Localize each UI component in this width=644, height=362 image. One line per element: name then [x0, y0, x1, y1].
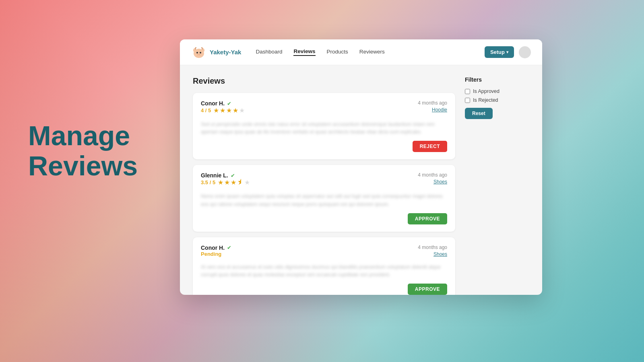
stars-1: ★ ★ ★ ★ ★ — [213, 107, 245, 114]
reviewer-name-1: Conor H. — [201, 100, 225, 107]
star-2-5: ★ — [244, 179, 250, 186]
review-card-3: Conor H. ✔ Pending 4 months ago Shoes At… — [193, 237, 455, 295]
logo-icon — [191, 45, 206, 60]
nav-reviewers[interactable]: Reviewers — [359, 49, 385, 56]
verified-icon-2: ✔ — [231, 173, 235, 179]
review-body-1: Sed ut perspiciatis unde omnis iste natu… — [201, 121, 447, 136]
reviewer-info-3: Conor H. ✔ Pending — [201, 245, 231, 261]
filters-title: Filters — [465, 76, 529, 83]
review-body-3: At vero eos et accusamus et iusto odio d… — [201, 263, 447, 279]
rating-row-2: 3.5 / 5 ★ ★ ★ ⯨ ★ — [201, 179, 250, 186]
verified-icon-3: ✔ — [227, 245, 231, 251]
star-2-1: ★ — [218, 179, 223, 186]
review-actions-1: REJECT — [201, 141, 447, 152]
avatar-button[interactable] — [519, 46, 531, 58]
reviews-area: Reviews Conor H. ✔ 4 / 5 ★ ★ — [193, 76, 455, 284]
star-1-4: ★ — [233, 107, 238, 114]
filter-label-rejected: Is Rejected — [473, 97, 498, 103]
star-2-4: ⯨ — [237, 179, 244, 186]
reviewer-name-2: Glennie L. — [201, 172, 228, 179]
review-time-1: 4 months ago — [418, 100, 447, 106]
review-actions-3: APPROVE — [201, 284, 447, 295]
filter-checkbox-approved[interactable] — [465, 89, 470, 94]
star-2-3: ★ — [231, 179, 236, 186]
review-product-2[interactable]: Shoes — [433, 179, 447, 185]
rating-text-2: 3.5 / 5 — [201, 179, 215, 185]
approve-button-2[interactable]: APPROVE — [408, 213, 447, 224]
rating-text-1: 4 / 5 — [201, 107, 211, 113]
verified-icon-1: ✔ — [227, 101, 231, 107]
review-header-1: Conor H. ✔ 4 / 5 ★ ★ ★ ★ ★ — [201, 100, 447, 118]
review-card-1: Conor H. ✔ 4 / 5 ★ ★ ★ ★ ★ — [193, 93, 455, 159]
pending-text-3: Pending — [201, 251, 221, 257]
stars-2: ★ ★ ★ ⯨ ★ — [218, 179, 250, 186]
logo-area: Yakety-Yak — [191, 45, 241, 60]
nav-right: Setup ▾ — [485, 46, 531, 58]
star-2-2: ★ — [224, 179, 230, 186]
hero-line1: Manage — [28, 121, 138, 151]
review-product-3[interactable]: Shoes — [433, 251, 447, 257]
star-1-5: ★ — [239, 107, 245, 114]
approve-button-3[interactable]: APPROVE — [408, 284, 447, 295]
review-meta-3: 4 months ago Shoes — [418, 245, 447, 257]
svg-point-5 — [200, 52, 201, 53]
hero-line2: Reviews — [28, 151, 138, 181]
svg-point-6 — [198, 54, 198, 55]
review-body-2: Nemo enim ipsam voluptatem quia voluptas… — [201, 193, 447, 208]
nav-products[interactable]: Products — [327, 49, 348, 56]
review-actions-2: APPROVE — [201, 213, 447, 224]
filter-item-rejected: Is Rejected — [465, 97, 529, 103]
setup-button[interactable]: Setup ▾ — [485, 46, 514, 58]
main-content: Reviews Conor H. ✔ 4 / 5 ★ ★ — [180, 65, 542, 295]
svg-point-3 — [201, 48, 204, 52]
star-1-3: ★ — [226, 107, 232, 114]
svg-point-4 — [196, 52, 198, 53]
review-time-3: 4 months ago — [418, 245, 447, 250]
rating-row-3: Pending — [201, 251, 231, 257]
svg-point-2 — [193, 48, 196, 52]
filter-checkbox-rejected[interactable] — [465, 98, 470, 103]
review-header-2: Glennie L. ✔ 3.5 / 5 ★ ★ ★ ⯨ ★ — [201, 172, 447, 190]
reviewer-name-3: Conor H. — [201, 245, 225, 251]
star-1-1: ★ — [213, 107, 219, 114]
reset-button[interactable]: Reset — [465, 108, 493, 119]
reviewer-name-row-1: Conor H. ✔ — [201, 100, 245, 107]
reviewer-name-row-3: Conor H. ✔ — [201, 245, 231, 251]
filter-item-approved: Is Approved — [465, 88, 529, 94]
review-card-2: Glennie L. ✔ 3.5 / 5 ★ ★ ★ ⯨ ★ — [193, 165, 455, 231]
setup-chevron-icon: ▾ — [506, 50, 508, 54]
nav-dashboard[interactable]: Dashboard — [256, 49, 282, 56]
logo-text: Yakety-Yak — [210, 49, 241, 56]
review-time-2: 4 months ago — [418, 172, 447, 178]
review-meta-2: 4 months ago Shoes — [418, 172, 447, 185]
page-title: Reviews — [193, 76, 455, 86]
nav-reviews[interactable]: Reviews — [293, 48, 315, 56]
reject-button-1[interactable]: REJECT — [413, 141, 447, 152]
reviewer-name-row-2: Glennie L. ✔ — [201, 172, 250, 179]
review-meta-1: 4 months ago Hoodie — [418, 100, 447, 113]
reviewer-info-2: Glennie L. ✔ 3.5 / 5 ★ ★ ★ ⯨ ★ — [201, 172, 250, 190]
app-window: Yakety-Yak Dashboard Reviews Products Re… — [180, 39, 542, 295]
filter-label-approved: Is Approved — [473, 88, 500, 94]
setup-label: Setup — [490, 49, 505, 55]
nav-links: Dashboard Reviews Products Reviewers — [256, 48, 484, 56]
filters-panel: Filters Is Approved Is Rejected Reset — [465, 76, 529, 284]
star-1-2: ★ — [220, 107, 225, 114]
navbar: Yakety-Yak Dashboard Reviews Products Re… — [180, 39, 542, 65]
review-product-1[interactable]: Hoodie — [432, 107, 447, 113]
reviewer-info-1: Conor H. ✔ 4 / 5 ★ ★ ★ ★ ★ — [201, 100, 245, 118]
hero-text: Manage Reviews — [28, 121, 138, 181]
svg-point-7 — [199, 54, 200, 55]
review-header-3: Conor H. ✔ Pending 4 months ago Shoes — [201, 245, 447, 261]
rating-row-1: 4 / 5 ★ ★ ★ ★ ★ — [201, 107, 245, 114]
